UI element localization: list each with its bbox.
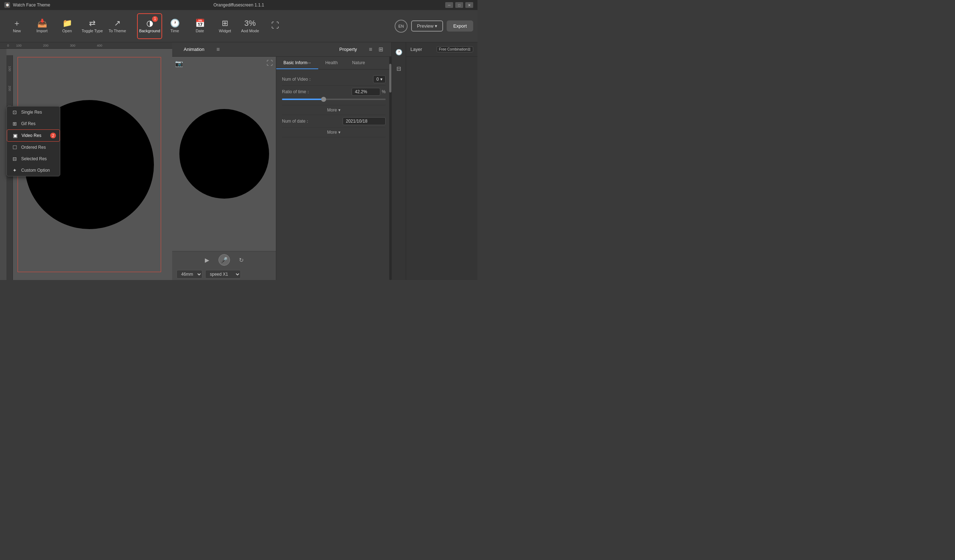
import-label: Import xyxy=(36,29,47,33)
property-tab[interactable]: Property xyxy=(333,42,363,56)
background-icon: ◑ xyxy=(146,19,153,27)
ordered-res-icon: ☐ xyxy=(12,145,17,150)
speed-select[interactable]: speed X1 speed X2 speed X0.5 xyxy=(205,270,241,279)
percent-sign: % xyxy=(382,89,386,94)
health-tab[interactable]: Health xyxy=(318,57,345,69)
background-badge: 1 xyxy=(152,16,158,22)
toggle-type-button[interactable]: ⇄ Toggle Type xyxy=(80,13,105,39)
num-of-date-label: Num of date： xyxy=(282,118,343,125)
date-icon: 📅 xyxy=(195,19,205,27)
window-title: Orangediffusescreen 1.1.1 xyxy=(213,3,264,8)
export-button[interactable]: Export xyxy=(447,20,473,31)
gif-res-icon: ⊞ xyxy=(12,121,17,126)
time-button[interactable]: 🕐 Time xyxy=(162,13,187,39)
app-title: Watch Face Theme xyxy=(13,3,50,8)
ordered-res-label: Ordered Res xyxy=(21,145,46,150)
animation-tab[interactable]: Animation xyxy=(178,42,210,56)
basic-info-tab[interactable]: Basic Inform··· xyxy=(276,57,318,69)
selected-res-label: Selected Res xyxy=(21,156,47,161)
toolbar: ＋ New 📥 Import 📁 Open ⇄ Toggle Type ↗ To… xyxy=(0,10,478,42)
main-area: 0 100 200 300 400 100 200 300 400 500 60… xyxy=(0,42,478,280)
layer-title: Layer xyxy=(410,47,422,52)
single-res-label: Single Res xyxy=(21,110,42,115)
more-button-2[interactable]: More ▾ xyxy=(282,128,386,137)
num-of-date-input[interactable] xyxy=(343,117,386,125)
preview-watch-face xyxy=(179,109,269,199)
widget-button[interactable]: ⊞ Widget xyxy=(212,13,238,39)
new-button[interactable]: ＋ New xyxy=(4,13,30,39)
toggle-type-label: Toggle Type xyxy=(81,29,103,33)
play-button[interactable]: ▶ xyxy=(201,254,213,266)
preview-chevron-icon: ▾ xyxy=(435,23,437,29)
num-of-video-dropdown[interactable]: 0 ▾ xyxy=(373,75,386,83)
open-label: Open xyxy=(63,29,72,33)
property-scrollbar[interactable] xyxy=(389,57,391,280)
background-dropdown-menu: ⊡ Single Res ⊞ Gif Res ▣ Video Res 2 ☐ O… xyxy=(6,106,60,176)
layer-combo[interactable]: Free Combination☰ xyxy=(437,46,473,52)
num-of-video-value: 0 xyxy=(376,77,379,82)
widget-icon: ⊞ xyxy=(222,19,228,27)
more-button-1[interactable]: More ▾ xyxy=(282,105,386,115)
video-record-button[interactable]: 📷 xyxy=(175,59,183,67)
ratio-of-time-input[interactable] xyxy=(352,88,380,96)
background-label: Background xyxy=(139,29,160,33)
app-icon: ⌚ xyxy=(4,2,10,8)
date-button[interactable]: 📅 Date xyxy=(187,13,212,39)
single-res-item[interactable]: ⊡ Single Res xyxy=(7,106,60,118)
num-of-date-row: Num of date： xyxy=(282,115,386,128)
widget-label: Widget xyxy=(219,29,231,33)
sliders-side-icon[interactable]: ⊟ xyxy=(393,63,404,74)
more-chevron-icon-1: ▾ xyxy=(338,108,340,112)
animation-canvas-area: 📷 ⛶ xyxy=(172,57,276,251)
selected-res-item[interactable]: ⊟ Selected Res xyxy=(7,153,60,165)
layer-panel: Layer Free Combination☰ xyxy=(406,42,478,280)
titlebar: ⌚ Watch Face Theme Orangediffusescreen 1… xyxy=(0,0,478,10)
layers-button[interactable]: ⊞ xyxy=(376,44,386,55)
video-res-item[interactable]: ▣ Video Res 2 xyxy=(7,129,60,142)
open-icon: 📁 xyxy=(63,19,72,27)
ordered-res-item[interactable]: ☐ Ordered Res xyxy=(7,142,60,153)
property-menu-button[interactable]: ≡ xyxy=(366,44,376,55)
to-theme-button[interactable]: ↗ To Theme xyxy=(105,13,130,39)
panel-body: 📷 ⛶ ▶ 🎤 ↻ 46mm 42mm 40mm xyxy=(172,57,391,280)
side-icon-panel: 🕐 ⊟ xyxy=(391,42,406,280)
preview-button[interactable]: Preview ▾ xyxy=(411,20,443,31)
property-scroll-thumb[interactable] xyxy=(389,64,391,92)
nature-tab[interactable]: Nature xyxy=(345,57,372,69)
close-button[interactable]: ✕ xyxy=(465,2,473,8)
ratio-slider-thumb[interactable] xyxy=(321,97,326,102)
ratio-slider-track[interactable] xyxy=(282,98,386,100)
fullscreen-icon: ⛶ xyxy=(271,22,279,30)
aod-mode-button[interactable]: 3% Aod Mode xyxy=(238,13,263,39)
background-button[interactable]: 1 ◑ Background xyxy=(137,13,162,39)
expand-preview-button[interactable]: ⛶ xyxy=(266,59,273,67)
custom-option-item[interactable]: ✦ Custom Option xyxy=(7,165,60,176)
layer-header: Layer Free Combination☰ xyxy=(406,42,478,57)
minimize-button[interactable]: ─ xyxy=(445,2,453,8)
ratio-of-time-row: Ratio of time： % xyxy=(282,86,386,105)
property-section: Basic Inform··· Health Nature Num of Vid… xyxy=(276,57,391,280)
open-button[interactable]: 📁 Open xyxy=(55,13,80,39)
fullscreen-button[interactable]: ⛶ xyxy=(263,13,288,39)
clock-side-icon[interactable]: 🕐 xyxy=(393,47,404,57)
animation-selects: 46mm 42mm 40mm speed X1 speed X2 speed X… xyxy=(172,268,276,280)
size-select[interactable]: 46mm 42mm 40mm xyxy=(177,270,202,279)
refresh-button[interactable]: ↻ xyxy=(236,254,247,266)
import-icon: 📥 xyxy=(37,19,47,27)
import-button[interactable]: 📥 Import xyxy=(30,13,55,39)
property-tabs: Basic Inform··· Health Nature xyxy=(276,57,391,70)
gif-res-label: Gif Res xyxy=(21,121,36,126)
language-button[interactable]: EN xyxy=(395,20,407,33)
microphone-button[interactable]: 🎤 xyxy=(219,254,230,266)
aod-mode-label: Aod Mode xyxy=(241,29,259,33)
custom-option-label: Custom Option xyxy=(21,168,50,173)
animation-preview-section: 📷 ⛶ ▶ 🎤 ↻ 46mm 42mm 40mm xyxy=(172,57,276,280)
toggle-type-icon: ⇄ xyxy=(89,19,96,27)
animation-menu-button[interactable]: ≡ xyxy=(213,44,223,55)
toolbar-right: EN Preview ▾ Export xyxy=(395,20,473,33)
window-controls: ─ □ ✕ xyxy=(445,2,473,8)
gif-res-item[interactable]: ⊞ Gif Res xyxy=(7,118,60,129)
new-icon: ＋ xyxy=(13,19,21,27)
aod-mode-icon: 3% xyxy=(244,19,256,27)
maximize-button[interactable]: □ xyxy=(455,2,463,8)
